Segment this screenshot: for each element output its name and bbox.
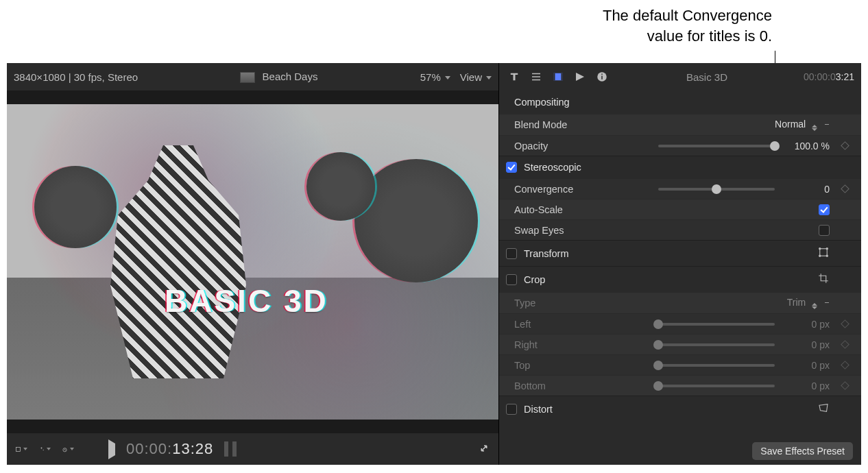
crop-top-keyframe[interactable] [836,361,853,370]
opacity-value[interactable]: 100.0 % [782,141,830,151]
crop-top-slider[interactable] [658,364,775,367]
stereoscopic-header: Stereoscopic [524,162,581,173]
convergence-label: Convergence [514,184,617,195]
viewer-pane: 3840×1080 | 30 fps, Stereo Beach Days 57… [7,63,499,465]
swap-eyes-label: Swap Eyes [514,225,617,236]
svg-point-10 [826,248,828,250]
filmstrip-icon [240,72,255,83]
svg-point-12 [826,255,828,256]
crop-left-keyframe[interactable] [836,319,853,329]
viewer-timecode[interactable]: 00:00:13:28 [126,440,213,458]
auto-scale-label: Auto-Scale [514,204,617,215]
inspector-footer: Save Effects Preset [499,437,861,465]
crop-bottom-slider[interactable] [658,385,775,387]
swap-eyes-checkbox[interactable] [819,225,830,236]
convergence-slider[interactable] [658,188,775,191]
crop-right-slider[interactable] [658,343,775,346]
transform-checkbox[interactable] [506,248,517,259]
title-overlay: BASIC 3D [165,282,328,319]
annotation-line1: The default Convergence [603,5,772,26]
crop-header: Crop [524,274,545,285]
scene-element [306,152,375,221]
transform-onscreen-icon[interactable] [817,246,830,260]
crop-type-label: Type [514,298,617,308]
play-button[interactable] [108,444,115,455]
retime-tool-dropdown[interactable] [62,443,74,455]
blend-mode-label: Blend Mode [514,119,617,130]
crop-checkbox[interactable] [506,274,517,285]
crop-left-row: Left 0 px [499,313,861,334]
clip-name: Beach Days [263,71,318,82]
compositing-header: Compositing [499,90,861,114]
play-icon [108,439,115,459]
inspector-tabs: Basic 3D 00:00:03:21 [499,63,861,90]
info-inspector-tab[interactable] [594,70,610,84]
distort-header: Distort [524,404,553,415]
zoom-dropdown[interactable]: 57% [420,71,450,83]
view-dropdown[interactable]: View [460,71,492,83]
svg-rect-8 [820,249,828,256]
crop-right-keyframe[interactable] [836,340,853,350]
svg-rect-6 [601,76,603,80]
annotation-line2: value for titles is 0. [603,26,772,47]
svg-rect-7 [601,74,603,75]
crop-type-row: Type Trim [499,292,861,313]
opacity-row: Opacity 100.0 % [499,135,861,156]
stereoscopic-checkbox[interactable] [506,162,517,173]
inspector-pane: Basic 3D 00:00:03:21 Compositing Blend M… [499,63,861,465]
opacity-label: Opacity [514,141,617,151]
scene-element [34,166,117,248]
transform-header: Transform [524,248,569,259]
viewer-toolbar: 3840×1080 | 30 fps, Stereo Beach Days 57… [7,63,498,90]
opacity-keyframe[interactable] [836,141,853,151]
convergence-value[interactable]: 0 [782,184,830,195]
inspector-timecode: 00:00:03:21 [804,71,854,82]
svg-point-11 [819,255,821,256]
auto-scale-row: Auto-Scale [499,199,861,219]
clip-indicator[interactable]: Beach Days [240,71,317,83]
generator-inspector-tab[interactable] [572,70,588,84]
format-info: 3840×1080 | 30 fps, Stereo [14,71,138,83]
opacity-slider[interactable] [658,145,775,147]
crop-right-row: Right 0 px [499,334,861,354]
stereoscopic-section[interactable]: Stereoscopic [499,156,861,178]
enhance-tool-dropdown[interactable] [38,443,51,455]
svg-rect-3 [553,73,555,81]
crop-section[interactable]: Crop [499,266,861,292]
swap-eyes-row: Swap Eyes [499,219,861,240]
inspector-clip-name: Basic 3D [616,71,798,83]
transform-tool-dropdown[interactable] [15,443,27,455]
fullscreen-button[interactable] [478,442,490,457]
audio-meters [224,441,237,457]
crop-bottom-keyframe[interactable] [836,381,853,391]
crop-type-select[interactable]: Trim [787,297,830,309]
transform-section[interactable]: Transform [499,240,861,266]
annotation-text: The default Convergence value for titles… [603,5,772,46]
crop-left-slider[interactable] [658,323,775,326]
distort-section[interactable]: Distort [499,396,861,422]
viewer-canvas[interactable]: BASIC 3D [7,90,498,433]
save-effects-preset-button[interactable]: Save Effects Preset [752,442,853,460]
crop-onscreen-icon[interactable] [817,272,830,287]
svg-point-9 [819,248,821,250]
auto-scale-checkbox[interactable] [819,204,830,215]
crop-top-row: Top 0 px [499,354,861,375]
convergence-keyframe[interactable] [836,184,853,194]
app-window: 3840×1080 | 30 fps, Stereo Beach Days 57… [7,63,861,465]
blend-mode-row: Blend Mode Normal [499,114,861,135]
distort-onscreen-icon[interactable] [817,402,830,416]
crop-bottom-row: Bottom 0 px [499,375,861,396]
svg-rect-0 [16,447,21,451]
paragraph-inspector-tab[interactable] [528,70,544,84]
video-inspector-tab[interactable] [550,70,566,84]
inspector-body: Compositing Blend Mode Normal Opacity 10… [499,90,861,437]
text-inspector-tab[interactable] [506,70,522,84]
distort-checkbox[interactable] [506,404,517,415]
viewer-transport: 00:00:13:28 [7,433,498,465]
blend-mode-select[interactable]: Normal [775,119,830,131]
convergence-row: Convergence 0 [499,178,861,199]
svg-rect-4 [562,73,563,81]
